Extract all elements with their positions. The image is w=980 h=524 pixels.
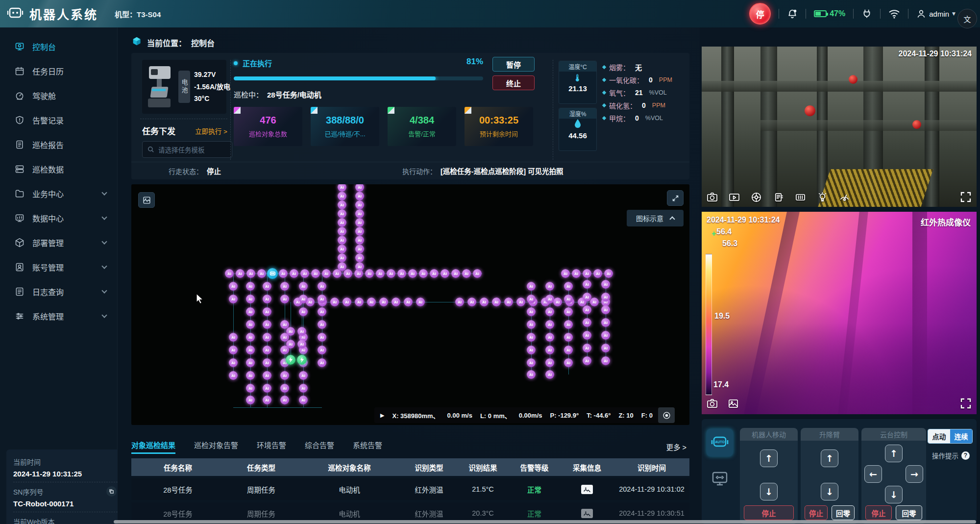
- picture-icon[interactable]: [728, 398, 739, 409]
- pause-button[interactable]: 暂停: [492, 57, 535, 72]
- home-button[interactable]: 回零: [896, 505, 922, 520]
- map-node[interactable]: AI: [280, 295, 289, 303]
- map-layers-button[interactable]: [138, 192, 155, 208]
- more-link[interactable]: 更多 >: [666, 442, 687, 452]
- map-node[interactable]: AI: [355, 236, 364, 245]
- map-node[interactable]: AI: [397, 269, 406, 278]
- map-node[interactable]: AI: [601, 305, 610, 314]
- map-node[interactable]: AI: [343, 298, 351, 306]
- map-node[interactable]: AI: [263, 371, 271, 380]
- task-template-select[interactable]: 请选择任务模板: [142, 141, 232, 158]
- map-node[interactable]: AI: [246, 371, 255, 380]
- wifi-icon[interactable]: [888, 9, 900, 19]
- map-node[interactable]: AI: [318, 346, 326, 354]
- map-node[interactable]: AI: [441, 269, 449, 278]
- jog-option[interactable]: 点动: [928, 429, 950, 443]
- sidebar-item-4[interactable]: 巡检报告: [0, 132, 117, 157]
- map-node[interactable]: AI: [338, 209, 346, 218]
- map-node[interactable]: AI: [299, 282, 308, 291]
- map-node[interactable]: AI: [561, 269, 570, 278]
- map-node[interactable]: AI: [583, 293, 591, 301]
- map-node[interactable]: AI: [299, 307, 308, 316]
- map-node[interactable]: AI: [527, 333, 536, 342]
- map-node[interactable]: AI: [480, 298, 489, 306]
- map-node[interactable]: AI: [246, 358, 255, 367]
- map-node[interactable]: AI: [392, 298, 400, 306]
- arrow-down-button[interactable]: ↓: [885, 486, 903, 503]
- map-node[interactable]: AI: [322, 269, 331, 278]
- map-node[interactable]: AI: [343, 269, 352, 278]
- map-node[interactable]: AI: [246, 307, 255, 316]
- map-node[interactable]: AI: [318, 333, 326, 342]
- map-node[interactable]: AI: [263, 396, 271, 404]
- map-node[interactable]: AI: [564, 282, 573, 291]
- arrow-down-button[interactable]: ↓: [821, 483, 838, 500]
- map-node[interactable]: AI: [318, 307, 326, 316]
- map-node[interactable]: AI: [601, 280, 610, 289]
- tab-4[interactable]: 系统告警: [353, 440, 382, 454]
- map-node[interactable]: AI: [297, 327, 306, 336]
- map-node[interactable]: AI: [263, 320, 271, 329]
- horizontal-scrollbar[interactable]: [114, 520, 976, 524]
- map-node[interactable]: AI: [604, 269, 613, 278]
- table-row-0[interactable]: 28号任务周期任务电动机红外测温21.5°C正常2024-11-29 10:31…: [131, 478, 689, 500]
- map-node[interactable]: AI: [299, 371, 308, 380]
- map-node[interactable]: AI: [338, 192, 346, 200]
- map-node[interactable]: AI: [286, 327, 295, 336]
- map-node[interactable]: AI: [280, 396, 289, 404]
- fullscreen-icon[interactable]: [960, 191, 972, 203]
- operation-tips[interactable]: 操作提示?: [932, 450, 970, 460]
- map-node[interactable]: AI: [355, 262, 364, 271]
- map-node[interactable]: AI: [300, 269, 309, 278]
- map-node[interactable]: AI: [583, 331, 591, 340]
- charger-plug-icon[interactable]: [861, 8, 872, 19]
- map-node[interactable]: AI: [338, 245, 346, 253]
- map-node[interactable]: AI: [280, 384, 289, 393]
- map-node[interactable]: AI: [404, 298, 413, 306]
- arrow-down-button[interactable]: ↓: [760, 483, 778, 500]
- legend-toggle-button[interactable]: 图标示意: [627, 210, 684, 226]
- map-node[interactable]: AI: [355, 298, 364, 306]
- map-node[interactable]: AI: [355, 227, 364, 236]
- sidebar-item-3[interactable]: 告警记录: [0, 108, 117, 132]
- map-node[interactable]: AI: [318, 320, 326, 329]
- arrow-left-button[interactable]: ←: [864, 465, 882, 483]
- video-record-icon[interactable]: [729, 192, 740, 203]
- equalizer-icon[interactable]: [795, 192, 806, 203]
- photo-camera-icon[interactable]: [707, 192, 718, 203]
- map-node[interactable]: AI: [367, 298, 376, 306]
- map-node[interactable]: AI: [527, 370, 536, 379]
- map-node[interactable]: AI: [564, 307, 573, 316]
- map-node[interactable]: AI: [236, 269, 245, 278]
- map-node[interactable]: AI: [527, 295, 536, 303]
- map-node[interactable]: AI: [299, 396, 308, 404]
- map-node[interactable]: AI: [311, 269, 320, 278]
- map-node[interactable]: AI: [590, 298, 599, 306]
- map-node[interactable]: AI: [229, 282, 238, 291]
- map-node[interactable]: AI: [246, 346, 255, 354]
- map-node[interactable]: AI: [527, 307, 536, 316]
- map-node[interactable]: AI: [355, 253, 364, 262]
- map-node[interactable]: AI: [297, 340, 306, 349]
- map-node[interactable]: AI: [290, 269, 298, 278]
- stop-button[interactable]: 停止: [865, 505, 892, 520]
- map-node[interactable]: AI: [553, 298, 562, 306]
- map-node[interactable]: AI: [601, 318, 610, 327]
- tab-3[interactable]: 综合告警: [305, 440, 334, 454]
- map-node[interactable]: AI: [355, 200, 364, 209]
- map-node[interactable]: AI: [451, 269, 460, 278]
- map-node[interactable]: AI: [229, 295, 238, 303]
- sidebar-item-0[interactable]: 控制台: [0, 34, 117, 59]
- map-node[interactable]: AI: [355, 218, 364, 227]
- map-node[interactable]: AI: [338, 262, 346, 271]
- photo-camera-icon[interactable]: [707, 398, 718, 409]
- manual-mode-button[interactable]: [709, 468, 731, 490]
- map-node[interactable]: AI: [355, 184, 364, 192]
- map-node[interactable]: AI: [318, 282, 326, 291]
- map-node[interactable]: AI: [467, 298, 476, 306]
- map-node[interactable]: AI: [387, 269, 395, 278]
- map-node[interactable]: AI: [355, 209, 364, 218]
- map-node[interactable]: AI: [246, 295, 255, 303]
- map-panel[interactable]: AIAIAIAIAIAIAIAIAIAIAIAIAIAIAIAIAIAIAIAI…: [131, 184, 689, 425]
- wiper-icon[interactable]: [839, 192, 850, 203]
